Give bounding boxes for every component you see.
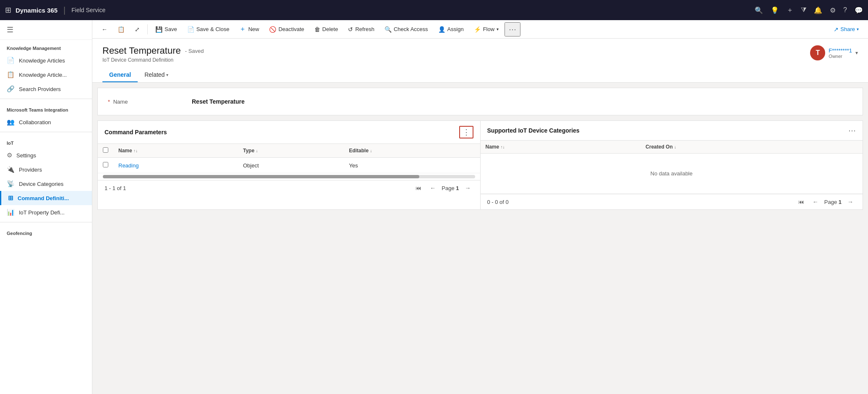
sidebar-item-knowledge-articles[interactable]: 📄 Knowledge Articles — [0, 53, 92, 68]
assign-icon: 👤 — [438, 26, 445, 33]
row-checkbox[interactable] — [103, 162, 108, 167]
add-icon[interactable]: ＋ — [787, 6, 793, 15]
next-page-button[interactable]: → — [463, 184, 473, 192]
sidebar-item-settings[interactable]: ⚙ Settings — [0, 148, 92, 162]
form-row-name: * Name Reset Temperature — [108, 95, 852, 108]
record-tabs: General Related ▾ — [102, 68, 858, 82]
prev-page-button[interactable]: ← — [427, 184, 438, 192]
flow-label: Flow — [483, 26, 494, 32]
flow-chevron: ▾ — [497, 27, 499, 31]
lightbulb-icon[interactable]: 💡 — [771, 6, 779, 14]
settings-icon[interactable]: ⚙ — [830, 6, 836, 14]
iot-first-page-button[interactable]: ⏮ — [796, 198, 807, 206]
chat-icon[interactable]: 💬 — [855, 6, 863, 14]
col-type-header[interactable]: Type ↓ — [238, 144, 344, 158]
record-title-left: Reset Temperature - Saved IoT Device Com… — [102, 45, 204, 63]
sidebar-item-command-definitions[interactable]: ⊞ Command Definiti... — [0, 191, 92, 205]
sidebar-item-search-providers[interactable]: 🔗 Search Providers — [0, 82, 92, 96]
form-icon-button[interactable]: 📋 — [113, 23, 129, 35]
sidebar-item-providers[interactable]: 🔌 Providers — [0, 162, 92, 177]
command-definitions-icon: ⊞ — [8, 194, 13, 202]
command-bar: ← 📋 ⤢ 💾 Save 📄 Save & Close ＋ New — [92, 20, 868, 39]
search-providers-icon: 🔗 — [7, 85, 15, 93]
row-editable-cell: Yes — [344, 158, 480, 173]
owner-chevron-icon[interactable]: ▾ — [855, 50, 858, 56]
form-section: * Name Reset Temperature — [97, 88, 863, 115]
filter-icon[interactable]: ⧩ — [801, 6, 806, 14]
search-icon[interactable]: 🔍 — [755, 6, 763, 14]
supported-iot-header-row: Name ↑↓ Created On ↓ — [481, 141, 863, 154]
page-content: Reset Temperature - Saved IoT Device Com… — [92, 39, 868, 394]
notification-icon[interactable]: 🔔 — [814, 6, 822, 14]
delete-icon: 🗑 — [314, 26, 320, 33]
assign-button[interactable]: 👤 Assign — [434, 23, 468, 35]
col-name-label: Name — [118, 148, 132, 154]
horizontal-scrollbar[interactable] — [103, 175, 475, 178]
sidebar-item-iot-property-def[interactable]: 📊 IoT Property Defi... — [0, 205, 92, 219]
col-iot-name-label: Name — [486, 144, 499, 150]
col-created-on-label: Created On — [646, 144, 673, 150]
brand-separator: | — [63, 5, 65, 15]
sidebar-toggle[interactable]: ☰ — [0, 20, 92, 40]
device-categories-label: Device Categories — [19, 181, 63, 187]
supported-iot-more-button[interactable]: ⋯ — [848, 126, 856, 135]
page-label: Page 1 — [442, 185, 459, 191]
record-owner[interactable]: T F********1 Owner ▾ — [810, 45, 858, 60]
tab-related-chevron: ▾ — [166, 73, 168, 77]
supported-iot-title: Supported IoT Device Categories — [487, 127, 580, 134]
sidebar-item-knowledge-article-templates[interactable]: 📋 Knowledge Article... — [0, 68, 92, 82]
hamburger-icon[interactable]: ☰ — [7, 26, 13, 34]
owner-avatar: T — [810, 45, 825, 60]
providers-icon: 🔌 — [7, 166, 15, 173]
refresh-button[interactable]: ↺ Refresh — [344, 23, 379, 35]
form-value-name[interactable]: Reset Temperature — [192, 98, 245, 105]
col-iot-name-header[interactable]: Name ↑↓ — [481, 141, 641, 154]
search-providers-label: Search Providers — [19, 86, 61, 92]
expand-icon: ⤢ — [135, 26, 140, 33]
sidebar-item-collaboration[interactable]: 👥 Collaboration — [0, 115, 92, 129]
save-button[interactable]: 💾 Save — [151, 23, 181, 35]
iot-pagination-controls: ⏮ ← Page 1 → — [796, 198, 856, 206]
col-editable-header[interactable]: Editable ↓ — [344, 144, 480, 158]
tab-general[interactable]: General — [102, 68, 138, 82]
pagination-summary: 1 - 1 of 1 — [105, 185, 126, 191]
command-parameters-more-button[interactable]: ⋮ — [459, 126, 473, 138]
owner-initial: T — [816, 49, 820, 57]
owner-info: F********1 Owner — [829, 47, 852, 59]
first-page-button[interactable]: ⏮ — [413, 184, 424, 192]
cmd-separator-1 — [147, 24, 148, 34]
save-close-button[interactable]: 📄 Save & Close — [183, 23, 234, 35]
col-iot-name-sort: ↑↓ — [501, 145, 505, 149]
share-label: Share — [840, 26, 855, 32]
share-button[interactable]: ↗ Share ▾ — [829, 23, 863, 35]
select-all-checkbox[interactable] — [103, 147, 108, 153]
share-chevron: ▾ — [857, 27, 859, 31]
col-checkbox[interactable] — [98, 144, 113, 158]
check-access-button[interactable]: 🔍 Check Access — [380, 23, 432, 35]
sidebar-section-iot: IoT — [0, 135, 92, 148]
more-commands-button[interactable]: ⋯ — [505, 22, 520, 37]
new-icon: ＋ — [239, 25, 246, 34]
back-button[interactable]: ← — [97, 23, 112, 35]
grid-menu-icon[interactable]: ⊞ — [5, 5, 11, 15]
command-parameters-header-row: Name ↑↓ Type ↓ Editable — [98, 144, 480, 158]
back-icon: ← — [102, 26, 107, 33]
flow-button[interactable]: ⚡ Flow ▾ — [470, 23, 503, 35]
check-access-label: Check Access — [394, 26, 428, 32]
col-name-header[interactable]: Name ↑↓ — [113, 144, 238, 158]
row-name-cell[interactable]: Reading — [113, 158, 238, 173]
delete-button[interactable]: 🗑 Delete — [310, 23, 342, 35]
supported-iot-pagination: 0 - 0 of 0 ⏮ ← Page 1 → — [481, 194, 863, 209]
expand-button[interactable]: ⤢ — [131, 23, 144, 35]
iot-prev-page-button[interactable]: ← — [810, 198, 821, 206]
deactivate-button[interactable]: 🚫 Deactivate — [265, 23, 308, 35]
save-close-label: Save & Close — [196, 26, 230, 32]
help-icon[interactable]: ? — [843, 6, 847, 14]
new-button[interactable]: ＋ New — [235, 22, 263, 36]
col-created-on-header[interactable]: Created On ↓ — [641, 141, 863, 154]
sidebar-item-device-categories[interactable]: 📡 Device Categories — [0, 177, 92, 191]
iot-next-page-button[interactable]: → — [845, 198, 856, 206]
collaboration-label: Collaboration — [19, 119, 51, 125]
tab-general-label: General — [109, 71, 131, 78]
tab-related[interactable]: Related ▾ — [138, 68, 175, 82]
